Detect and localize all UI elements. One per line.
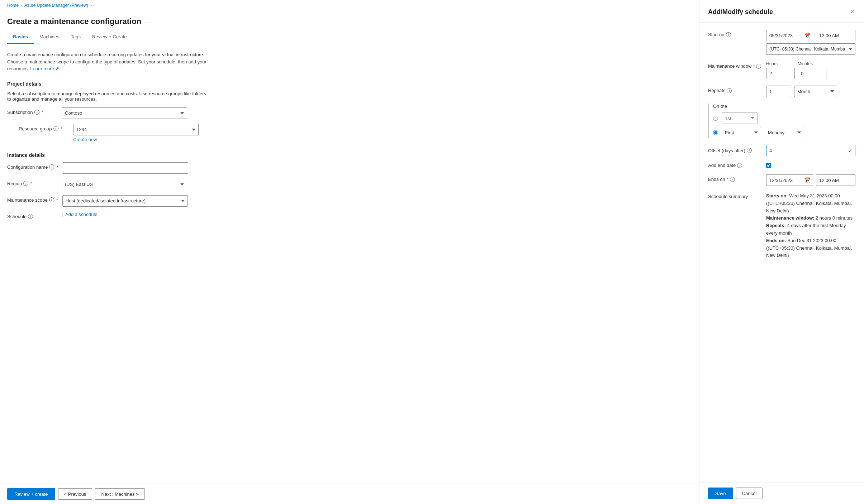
project-section-title: Project details: [7, 81, 692, 87]
subscription-info-icon[interactable]: i: [34, 110, 39, 115]
timezone-select[interactable]: (UTC+05:30) Chennai, Kolkata, Mumbai, N.…: [766, 43, 855, 55]
previous-button[interactable]: < Previous: [58, 488, 92, 500]
side-panel-title: Add/Modify schedule: [708, 8, 773, 16]
start-date-wrap: 📅: [766, 30, 813, 41]
maintenance-window-row: Maintenance window * i Hours Minutes: [708, 61, 855, 79]
day-of-week-select[interactable]: Monday: [765, 127, 804, 138]
start-on-label: Start on i: [708, 30, 762, 37]
ends-date-wrap: 📅: [766, 174, 813, 186]
subscription-select[interactable]: Contoso: [62, 107, 187, 119]
maintenance-scope-info-icon[interactable]: i: [49, 197, 54, 202]
start-on-control: 📅 (UTC+05:30) Chennai, Kolkata, Mumbai, …: [766, 30, 855, 55]
region-info-icon[interactable]: i: [23, 181, 28, 186]
resource-group-label: Resource group i *: [19, 124, 69, 131]
schedule-row: Schedule i Add a schedule: [7, 212, 692, 219]
offset-label: Offset (days after) i: [708, 148, 762, 153]
cancel-button[interactable]: Cancel: [736, 488, 763, 499]
repeats-number-input[interactable]: [766, 86, 791, 97]
side-panel-footer: Save Cancel: [699, 482, 864, 504]
form-area: Create a maintenance configuration to sc…: [0, 44, 699, 484]
subscription-label: Subscription i *: [7, 107, 57, 115]
schedule-label: Schedule i: [7, 212, 57, 219]
create-new-link[interactable]: Create new: [73, 137, 97, 142]
more-options-icon[interactable]: ...: [145, 18, 149, 25]
add-end-date-info-icon[interactable]: i: [737, 163, 742, 168]
repeats-unit-select[interactable]: Month: [794, 86, 837, 97]
summary-repeats: Repeats: 4 days after the first Monday e…: [766, 222, 855, 237]
schedule-control: Add a schedule: [62, 212, 187, 217]
summary-ends: Ends on: Sun Dec 31 2023 00:00 ((UTC+05:…: [766, 237, 855, 259]
subscription-control: Contoso: [62, 107, 187, 119]
repeats-info-icon[interactable]: i: [727, 88, 732, 93]
region-select[interactable]: (US) East US: [62, 179, 187, 190]
next-machines-button[interactable]: Next : Machines >: [95, 488, 144, 500]
repeats-control: Month: [766, 86, 855, 97]
form-description: Create a maintenance configuration to sc…: [7, 51, 208, 72]
maintenance-window-label: Maintenance window * i: [708, 61, 762, 69]
start-on-info-icon[interactable]: i: [726, 32, 731, 37]
maintenance-scope-select[interactable]: Host (dedicated/isolated infrastructure): [62, 195, 188, 207]
day-of-month-select[interactable]: 1st: [722, 112, 758, 124]
offset-check-icon: ✓: [848, 148, 853, 153]
breadcrumb: Home › Azure Update Manager (Preview) ›: [0, 0, 699, 11]
side-panel-header: Add/Modify schedule ×: [699, 0, 864, 23]
add-end-date-checkbox[interactable]: [766, 163, 771, 168]
tab-review-create[interactable]: Review + Create: [86, 30, 132, 44]
side-panel-body: Start on i 📅 (UTC+05:30) Chennai, Kolkat…: [699, 23, 864, 482]
offset-info-icon[interactable]: i: [747, 148, 752, 153]
radio-first[interactable]: [713, 130, 718, 135]
maintenance-window-control: Hours Minutes: [766, 61, 855, 79]
instance-details-section: Instance details Configuration name i * …: [7, 152, 692, 219]
ends-on-row: Ends on * i 📅: [708, 174, 855, 186]
learn-more-link[interactable]: Learn more: [30, 66, 54, 71]
summary-maint-bold: Maintenance window:: [766, 215, 814, 221]
schedule-info-icon[interactable]: i: [28, 214, 33, 219]
region-label: Region i *: [7, 179, 57, 186]
add-schedule-link[interactable]: Add a schedule: [62, 212, 98, 217]
hours-input[interactable]: [766, 68, 795, 79]
side-panel-close-button[interactable]: ×: [849, 7, 855, 16]
summary-maint-val: 2 hours 0 minutes: [816, 215, 853, 221]
breadcrumb-azure-update[interactable]: Azure Update Manager (Preview): [24, 3, 88, 8]
minutes-input[interactable]: [798, 68, 826, 79]
repeats-row: Repeats i Month: [708, 86, 855, 97]
week-of-month-select[interactable]: First: [722, 127, 761, 138]
save-button[interactable]: Save: [708, 488, 733, 499]
breadcrumb-sep-1: ›: [21, 3, 22, 8]
instance-section-title: Instance details: [7, 152, 692, 158]
config-name-info-icon[interactable]: i: [49, 164, 54, 169]
maint-window-info-icon[interactable]: i: [756, 64, 761, 69]
resource-group-select[interactable]: 1234: [73, 124, 199, 135]
summary-repeats-bold: Repeats:: [766, 223, 786, 228]
resource-group-info-icon[interactable]: i: [53, 126, 58, 131]
hours-label: Hours: [766, 61, 795, 66]
maintenance-scope-row: Maintenance scope i * Host (dedicated/is…: [7, 195, 692, 207]
offset-input[interactable]: [766, 145, 855, 156]
on-the-section: On the 1st First Monday: [708, 104, 855, 138]
config-name-input[interactable]: [63, 162, 188, 174]
project-details-section: Project details Select a subscription to…: [7, 81, 692, 142]
breadcrumb-home[interactable]: Home: [7, 3, 19, 8]
ends-time-input[interactable]: [816, 174, 855, 186]
ends-on-info-icon[interactable]: i: [730, 177, 735, 182]
radio-1st[interactable]: [713, 116, 718, 121]
region-required: *: [30, 181, 32, 186]
ends-date-time-row: 📅: [766, 174, 855, 186]
start-on-row: Start on i 📅 (UTC+05:30) Chennai, Kolkat…: [708, 30, 855, 55]
tab-machines[interactable]: Machines: [34, 30, 65, 44]
mins-col: Minutes: [798, 61, 826, 79]
tab-tags[interactable]: Tags: [65, 30, 86, 44]
review-create-button[interactable]: Review + create: [7, 488, 55, 500]
resource-group-required: *: [61, 126, 62, 131]
summary-maint: Maintenance window: 2 hours 0 minutes: [766, 215, 855, 222]
ends-date-input[interactable]: [766, 174, 813, 186]
hours-mins-row: Hours Minutes: [766, 61, 855, 79]
region-control: (US) East US: [62, 179, 187, 190]
config-name-row: Configuration name i *: [7, 162, 692, 174]
tabs-bar: Basics Machines Tags Review + Create: [0, 30, 699, 44]
start-date-input[interactable]: [766, 30, 813, 41]
schedule-summary-row: Schedule summary Starts on: Wed May 31 2…: [708, 192, 855, 259]
offset-row: Offset (days after) i ✓: [708, 145, 855, 156]
start-time-input[interactable]: [816, 30, 855, 41]
tab-basics[interactable]: Basics: [7, 30, 34, 44]
